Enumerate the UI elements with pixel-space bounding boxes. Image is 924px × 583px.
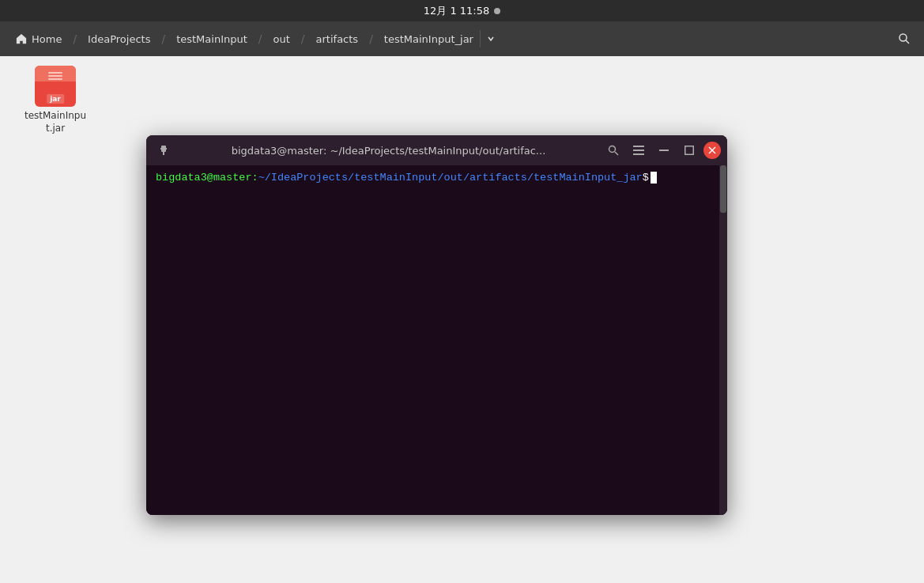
svg-line-6 xyxy=(615,152,618,155)
svg-rect-9 xyxy=(633,153,644,155)
jar-file-icon[interactable]: jar testMainInput.jar xyxy=(24,66,87,134)
close-icon xyxy=(708,146,716,154)
nav-home[interactable]: Home xyxy=(6,28,71,50)
nav-test-main-input-jar-label: testMainInput_jar xyxy=(384,33,473,45)
search-icon xyxy=(898,32,911,45)
terminal-body[interactable]: bigdata3@master : ~/IdeaProjects/testMai… xyxy=(146,165,727,515)
search-button[interactable] xyxy=(891,25,918,52)
prompt-dollar: $ xyxy=(643,172,649,184)
jar-zipper xyxy=(48,72,62,80)
time-area: 12月 1 11:58 xyxy=(424,4,501,18)
terminal-controls xyxy=(602,139,721,161)
svg-rect-3 xyxy=(163,152,164,155)
chevron-down-icon xyxy=(487,35,495,43)
prompt-path: ~/IdeaProjects/testMainInput/out/artifac… xyxy=(258,172,643,184)
svg-point-0 xyxy=(899,34,907,41)
prompt-user: bigdata3@master xyxy=(156,172,252,184)
separator-4: / xyxy=(300,32,307,45)
prompt-colon: : xyxy=(252,172,258,184)
svg-rect-11 xyxy=(685,146,694,155)
terminal-scrollbar-thumb xyxy=(720,165,726,213)
nav-idea-projects[interactable]: IdeaProjects xyxy=(78,28,160,50)
nav-home-label: Home xyxy=(32,33,62,45)
terminal-title: bigdata3@master: ~/IdeaProjects/testMain… xyxy=(179,145,598,157)
hamburger-icon xyxy=(633,146,644,155)
home-icon xyxy=(16,33,27,44)
maximize-icon xyxy=(685,146,694,155)
desktop: jar testMainInput.jar bigdata3@master: ~… xyxy=(0,56,924,583)
separator-1: / xyxy=(71,32,78,45)
terminal-search-icon xyxy=(608,145,619,156)
nav-out-label: out xyxy=(273,33,290,45)
svg-rect-8 xyxy=(633,150,644,151)
status-dot xyxy=(494,8,500,14)
nav-test-main-input-jar-group: testMainInput_jar xyxy=(375,28,501,50)
terminal-maximize-button[interactable] xyxy=(678,139,700,161)
datetime-label: 12月 1 11:58 xyxy=(424,4,490,18)
svg-point-5 xyxy=(609,146,616,153)
nav-test-main-input-label: testMainInput xyxy=(176,33,247,45)
pin-icon xyxy=(158,145,169,156)
minimize-icon xyxy=(659,150,669,151)
terminal-scrollbar[interactable] xyxy=(719,165,727,515)
separator-5: / xyxy=(368,32,375,45)
jar-icon-graphic: jar xyxy=(35,66,76,107)
nav-artifacts-label: artifacts xyxy=(316,33,359,45)
nav-artifacts[interactable]: artifacts xyxy=(307,28,368,50)
svg-line-1 xyxy=(906,40,909,44)
terminal-titlebar: bigdata3@master: ~/IdeaProjects/testMain… xyxy=(146,135,727,165)
svg-rect-4 xyxy=(160,148,167,150)
svg-rect-10 xyxy=(659,150,669,151)
separator-2: / xyxy=(160,32,167,45)
terminal-close-button[interactable] xyxy=(703,142,721,159)
file-toolbar: Home / IdeaProjects / testMainInput / ou… xyxy=(0,21,924,56)
terminal-minimize-button[interactable] xyxy=(653,139,675,161)
separator-3: / xyxy=(257,32,264,45)
system-bar: 12月 1 11:58 xyxy=(0,0,924,21)
svg-rect-7 xyxy=(633,146,644,147)
terminal-window: bigdata3@master: ~/IdeaProjects/testMain… xyxy=(146,135,727,515)
nav-test-main-input[interactable]: testMainInput xyxy=(167,28,257,50)
terminal-menu-button[interactable] xyxy=(628,139,650,161)
jar-file-label: testMainInput.jar xyxy=(24,110,87,134)
nav-out[interactable]: out xyxy=(264,28,300,50)
terminal-prompt-line: bigdata3@master : ~/IdeaProjects/testMai… xyxy=(156,172,718,184)
nav-test-main-input-jar[interactable]: testMainInput_jar xyxy=(375,28,480,50)
terminal-pin-button[interactable] xyxy=(153,139,175,161)
terminal-search-button[interactable] xyxy=(602,139,624,161)
nav-idea-projects-label: IdeaProjects xyxy=(88,33,150,45)
jar-badge: jar xyxy=(47,94,64,104)
nav-dropdown-button[interactable] xyxy=(480,30,501,47)
terminal-cursor xyxy=(651,172,657,184)
